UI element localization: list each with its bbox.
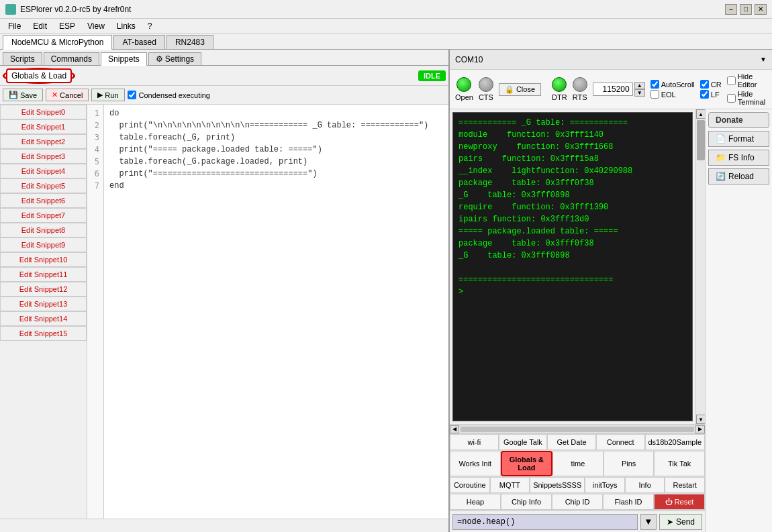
command-dropdown-button[interactable]: ▼ [640, 514, 657, 530]
scroll-right-arrow[interactable]: ▶ [695, 425, 705, 433]
lf-checkbox[interactable] [700, 90, 709, 99]
scroll-down-arrow[interactable]: ▼ [696, 415, 705, 424]
title-bar-controls[interactable]: – □ ✕ [725, 4, 767, 15]
cmd-google-talk[interactable]: Google Talk [499, 434, 548, 450]
menu-links[interactable]: Links [111, 20, 141, 32]
terminal-scrollbar[interactable]: ▲ ▼ [695, 109, 705, 424]
h-scrollbar-track[interactable] [461, 427, 694, 432]
run-button[interactable]: ▶ Run [91, 89, 124, 101]
tab-scripts[interactable]: Scripts [3, 52, 42, 65]
app-icon [5, 4, 16, 15]
hide-editor-checkbox[interactable] [727, 76, 736, 85]
snippet-edit-10[interactable]: Edit Snippet10 [0, 252, 87, 267]
cr-checkbox[interactable] [700, 80, 709, 89]
snippet-edit-12[interactable]: Edit Snippet12 [0, 282, 87, 297]
scroll-left-arrow[interactable]: ◀ [450, 425, 459, 433]
scroll-thumb[interactable] [697, 120, 705, 160]
close-button[interactable]: ✕ [755, 4, 767, 15]
snippet-edit-14[interactable]: Edit Snippet14 [0, 311, 87, 326]
cmd-get-date[interactable]: Get Date [547, 434, 596, 450]
menu-esp[interactable]: ESP [54, 20, 81, 32]
donate-button[interactable]: Donate [708, 112, 769, 128]
eol-checkbox[interactable] [650, 90, 659, 99]
maximize-button[interactable]: □ [740, 4, 752, 15]
cmd-tik-tak[interactable]: Tik Tak [654, 451, 705, 476]
cr-label: CR [711, 81, 722, 89]
cmd-restart[interactable]: Restart [665, 477, 705, 493]
snippet-edit-13[interactable]: Edit Snippet13 [0, 297, 87, 311]
tab-commands[interactable]: Commands [44, 52, 99, 65]
snippet-name[interactable]: Globals & Load [6, 68, 72, 83]
snippet-edit-3[interactable]: Edit Snippet3 [0, 149, 87, 164]
fs-info-button[interactable]: 📁 FS Info [708, 150, 769, 166]
dropdown-arrow-icon[interactable]: ▼ [760, 56, 767, 63]
cmd-chip-info[interactable]: Chip Info [501, 494, 552, 510]
cmd-reset[interactable]: ⏻ Reset [654, 494, 705, 510]
menu-view[interactable]: View [82, 20, 110, 32]
minimize-button[interactable]: – [725, 4, 737, 15]
cmd-heap[interactable]: Heap [450, 494, 501, 510]
cmd-chip-id[interactable]: Chip ID [552, 494, 603, 510]
snippet-edit-8[interactable]: Edit Snippet8 [0, 223, 87, 237]
condensed-checkbox[interactable] [128, 91, 136, 99]
autoscroll-checkbox[interactable] [650, 80, 659, 89]
snippet-edit-11[interactable]: Edit Snippet11 [0, 267, 87, 282]
baud-rate-input[interactable]: 115200 [593, 83, 633, 96]
close-button[interactable]: 🔒 Close [499, 83, 541, 96]
gear-icon: ⚙ [156, 54, 163, 64]
tab-settings[interactable]: ⚙ ⚙ Settings Settings [148, 52, 201, 65]
save-button[interactable]: 💾 Save [3, 89, 43, 101]
cmd-snippets-ssss[interactable]: SnippetsSSSS [530, 477, 585, 493]
cmd-wifi[interactable]: wi-fi [450, 434, 499, 450]
snippet-edit-9[interactable]: Edit Snippet9 [0, 237, 87, 252]
snippet-edit-4[interactable]: Edit Snippet4 [0, 164, 87, 178]
hide-terminal-checkbox[interactable] [727, 94, 736, 103]
cmd-mqtt[interactable]: MQTT [490, 477, 530, 493]
cmd-works-init[interactable]: Works Init [450, 451, 501, 476]
terminal-line: __index lightfunction: 0x40290988 [459, 165, 687, 177]
menu-help[interactable]: ? [142, 20, 158, 32]
snippet-edit-7[interactable]: Edit Snippet7 [0, 208, 87, 223]
format-icon: 📄 [716, 134, 726, 144]
hide-editor-label: Hide Editor [738, 72, 767, 89]
cmd-coroutine[interactable]: Coroutine [450, 477, 490, 493]
cmd-info[interactable]: Info [625, 477, 665, 493]
cmd-time[interactable]: time [552, 451, 604, 476]
title-bar-left: ESPlorer v0.2.0-rc5 by 4refr0nt [5, 4, 131, 15]
tab-at-based[interactable]: AT-based [113, 35, 164, 49]
terminal-line: package table: 0x3fff0f38 [459, 237, 687, 250]
autoscroll-check: AutoScroll [650, 80, 695, 89]
tab-snippets[interactable]: Snippets [101, 52, 147, 66]
baud-up-arrow[interactable]: ▲ [634, 82, 645, 89]
cmd-pins[interactable]: Pins [604, 451, 655, 476]
reload-button[interactable]: 🔄 Reload [708, 168, 769, 184]
snippet-edit-15[interactable]: Edit Snippet15 [0, 326, 87, 341]
baud-down-arrow[interactable]: ▼ [634, 89, 645, 97]
tab-rn2483[interactable]: RN2483 [166, 35, 213, 49]
baud-rate-select: 115200 ▲ ▼ [593, 82, 645, 97]
snippet-edit-5[interactable]: Edit Snippet5 [0, 178, 87, 193]
cmd-flash-id[interactable]: Flash ID [603, 494, 654, 510]
cancel-icon: ✕ [52, 91, 58, 99]
line-numbers: 1234567 [87, 105, 104, 519]
code-content[interactable]: do print("\n\n\n\n\n\n\n\n\n\n==========… [104, 105, 448, 519]
scroll-up-arrow[interactable]: ▲ [696, 109, 705, 119]
format-button[interactable]: 📄 Format [708, 131, 769, 147]
snippet-edit-2[interactable]: Edit Snippet2 [0, 134, 87, 149]
command-input[interactable]: =node.heap() [452, 514, 638, 530]
snippet-edit-6[interactable]: Edit Snippet6 [0, 193, 87, 208]
menu-edit[interactable]: Edit [28, 20, 52, 32]
snippet-edit-1[interactable]: Edit Snippet1 [0, 119, 87, 134]
cmd-globals-load[interactable]: Globals & Load [501, 451, 553, 476]
close-icon: 🔒 [505, 85, 514, 94]
eol-label: EOL [661, 91, 676, 99]
hide-editor-check: Hide Editor [727, 72, 767, 89]
cmd-connect[interactable]: Connect [596, 434, 645, 450]
cmd-inittoys[interactable]: initToys [585, 477, 625, 493]
send-button[interactable]: ➤ Send [659, 514, 702, 530]
snippet-edit-0[interactable]: Edit Snippet0 [0, 105, 87, 119]
tab-nodemcu[interactable]: NodeMCU & MicroPython [3, 35, 112, 50]
cmd-ds18b20[interactable]: ds18b20Sample [645, 434, 706, 450]
menu-file[interactable]: File [3, 20, 26, 32]
cancel-button[interactable]: ✕ Cancel [46, 89, 89, 101]
